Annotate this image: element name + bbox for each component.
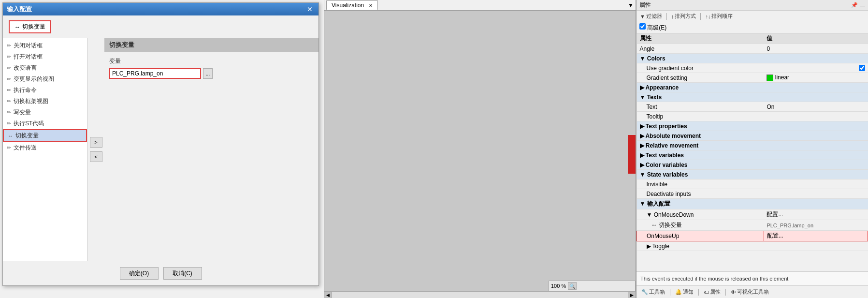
- section-text-props[interactable]: ▶ Text properties: [637, 121, 868, 131]
- scroll-right-btn[interactable]: ▶: [628, 292, 636, 298]
- prop-value[interactable]: [764, 189, 868, 199]
- section-abs-move[interactable]: ▶ Absolute movement: [637, 131, 868, 141]
- section-texts[interactable]: ▼ Texts: [637, 92, 868, 102]
- order-label: 排列顺序: [711, 13, 733, 20]
- action-item[interactable]: ✏ 写变量: [3, 107, 87, 118]
- table-row: ▶ Text properties: [637, 121, 868, 131]
- change-view-icon: ✏: [7, 76, 11, 82]
- toolbox-button[interactable]: 🔧 工具箱: [639, 288, 667, 296]
- on-mouse-up-config[interactable]: 配置...: [764, 231, 868, 241]
- action-item[interactable]: ✏ 关闭对话框: [3, 40, 87, 51]
- sort-label: 排列方式: [675, 13, 696, 20]
- prop-value[interactable]: [764, 112, 868, 121]
- table-row: ▶ Appearance: [637, 83, 868, 92]
- arrow-right-button[interactable]: >: [90, 137, 102, 148]
- section-rel-move[interactable]: ▶ Relative movement: [637, 141, 868, 150]
- props-table-container: 属性 值 Angle 0 ▼ Colors Use gr: [637, 33, 868, 271]
- prop-label: Deactivate inputs: [637, 189, 764, 199]
- prop-value[interactable]: linear: [764, 73, 868, 83]
- config-header: 切换变量: [104, 38, 318, 52]
- prop-label: Invisible: [637, 179, 764, 189]
- arrow-left-button[interactable]: <: [90, 151, 102, 162]
- prop-value[interactable]: [764, 179, 868, 189]
- prop-label: ▼ OnMouseDown: [637, 209, 764, 220]
- bottom-toolbar: 🔧 工具箱 🔔 通知 🏷 属性 👁 可视化工具箱: [637, 285, 868, 298]
- viz-content[interactable]: ◀ ▶ 100 % 🔍: [324, 11, 636, 298]
- advanced-checkbox[interactable]: [639, 23, 646, 30]
- change-lang-icon: ✏: [7, 65, 11, 71]
- table-row: ▼ Texts: [637, 92, 868, 102]
- sort-button[interactable]: ↕ 排列方式: [670, 12, 698, 20]
- viz-scrollbar[interactable]: ◀ ▶: [324, 291, 636, 298]
- properties-button[interactable]: 🏷 属性: [702, 288, 723, 296]
- action-item[interactable]: ✏ 执行ST代码: [3, 118, 87, 129]
- properties-icon: 🏷: [704, 289, 709, 295]
- prop-label: Tooltip: [637, 112, 764, 121]
- zoom-fit-button[interactable]: 🔍: [568, 282, 577, 290]
- order-button[interactable]: ↑↓ 排列顺序: [704, 12, 734, 20]
- table-row: ▼ State variables: [637, 170, 868, 179]
- section-color-vars[interactable]: ▶ Color variables: [637, 160, 868, 170]
- gradient-checkbox[interactable]: [859, 65, 865, 71]
- visualization-area: Visualization ✕ ▼ ◀ ▶ 100 % 🔍: [324, 0, 636, 298]
- notification-icon: 🔔: [675, 289, 682, 295]
- action-label: 改变语言: [14, 64, 37, 72]
- prop-value[interactable]: On: [764, 102, 868, 112]
- viz-tab-label: Visualization: [332, 2, 364, 9]
- action-item[interactable]: ✏ 执行命令: [3, 85, 87, 96]
- action-item-toggle-var[interactable]: ↔ 切换变量: [3, 129, 87, 142]
- toolbox-icon: 🔧: [641, 289, 648, 295]
- action-item[interactable]: ✏ 切换框架视图: [3, 96, 87, 107]
- table-row: ↔ 切换变量 PLC_PRG.lamp_on: [637, 220, 868, 231]
- dialog-close-button[interactable]: ✕: [305, 5, 315, 13]
- action-item[interactable]: ✏ 改变语言: [3, 62, 87, 74]
- top-btn-label: 切换变量: [22, 23, 45, 31]
- table-row: ▶ Absolute movement: [637, 131, 868, 141]
- prop-value[interactable]: 配置...: [764, 209, 868, 220]
- expand-icon: ▼: [647, 211, 652, 218]
- properties-label: 属性: [710, 288, 721, 296]
- filter-button[interactable]: ▼ 过滤器: [638, 12, 664, 20]
- panel-pin-button[interactable]: 📌: [851, 2, 858, 8]
- prop-label: Use gradient color: [637, 63, 764, 73]
- table-row: ▼ OnMouseDown 配置...: [637, 209, 868, 220]
- prop-value[interactable]: [764, 63, 868, 73]
- var-input[interactable]: [109, 68, 201, 79]
- viz-tab-close[interactable]: ✕: [369, 3, 373, 8]
- scroll-left-btn[interactable]: ◀: [324, 292, 332, 298]
- separator: [670, 289, 670, 296]
- panel-minimize-button[interactable]: —: [860, 2, 865, 8]
- toggle-var-top-button[interactable]: ↔ 切换变量: [9, 20, 51, 33]
- action-label: 打开对话框: [14, 53, 43, 61]
- prop-value[interactable]: 0: [764, 44, 868, 54]
- section-state-vars[interactable]: ▼ State variables: [637, 170, 868, 179]
- viz-toolbox-button[interactable]: 👁 可视化工具箱: [729, 288, 771, 296]
- exec-cmd-icon: ✏: [7, 87, 11, 93]
- action-item[interactable]: ✏ 变更显示的视图: [3, 74, 87, 85]
- ok-button[interactable]: 确定(O): [120, 267, 159, 280]
- action-list: ✏ 关闭对话框 ✏ 打开对话框 ✏ 改变语言 ✏ 变更显示的视图: [3, 38, 87, 261]
- var-browse-button[interactable]: ...: [203, 68, 213, 79]
- section-input-config[interactable]: ▼ 输入配置: [637, 199, 868, 209]
- section-colors[interactable]: ▼ Colors: [637, 54, 868, 63]
- action-item[interactable]: ✏ 文件传送: [3, 142, 87, 153]
- table-row-on-mouse-up: OnMouseUp 配置...: [637, 231, 868, 241]
- viz-tab-dropdown[interactable]: ▼: [628, 2, 634, 9]
- prop-value[interactable]: [764, 241, 868, 251]
- advanced-label: 高级(E): [647, 24, 666, 31]
- section-appearance[interactable]: ▶ Appearance: [637, 83, 868, 92]
- right-panel-info: This event is executed if the mouse is r…: [637, 271, 868, 286]
- notification-button[interactable]: 🔔 通知: [673, 288, 695, 296]
- on-mouse-up-label: OnMouseUp: [637, 231, 764, 241]
- table-row: Angle 0: [637, 44, 868, 54]
- table-row: Tooltip: [637, 112, 868, 121]
- table-row: Text On: [637, 102, 868, 112]
- section-text-vars[interactable]: ▶ Text variables: [637, 150, 868, 160]
- close-dialog-icon: ✏: [7, 43, 11, 49]
- cancel-button[interactable]: 取消(C): [163, 267, 202, 280]
- expand-icon: ▶: [640, 84, 644, 91]
- visualization-tab[interactable]: Visualization ✕: [326, 0, 378, 10]
- config-body: 变量 ...: [104, 52, 318, 261]
- expand-icon: ▼: [640, 171, 646, 178]
- action-item[interactable]: ✏ 打开对话框: [3, 51, 87, 62]
